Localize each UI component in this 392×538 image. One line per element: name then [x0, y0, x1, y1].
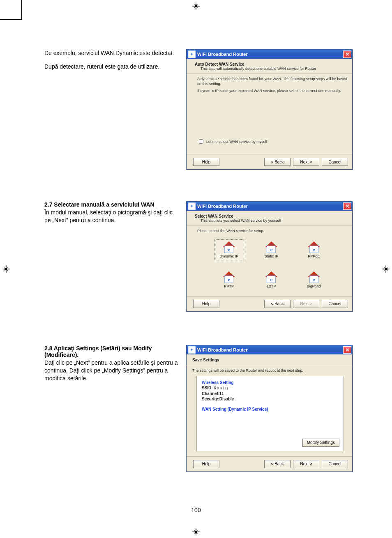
section-subtitle: This step lets you select WAN service by…	[201, 218, 348, 223]
section-title: Select WAN Service	[195, 214, 348, 218]
security-line: Security:Disable	[202, 397, 234, 401]
wan-service-label: Static IP	[265, 254, 279, 258]
house-icon: e	[223, 271, 235, 283]
close-icon[interactable]: ✕	[343, 346, 351, 354]
cancel-button[interactable]: Cancel	[322, 158, 348, 166]
registration-mark-icon	[382, 265, 390, 273]
dialog-auto-detect-wan: ✦ WiFi Broadband Router ✕ Auto Detect WA…	[186, 49, 353, 170]
back-button[interactable]: < Back	[264, 158, 291, 166]
window-title: WiFi Broadband Router	[197, 204, 343, 209]
wan-service-label: Dynamic IP	[219, 254, 238, 258]
wan-service-option[interactable]: eDynamic IP	[214, 239, 244, 260]
wan-service-label: PPTP	[224, 284, 234, 288]
close-icon[interactable]: ✕	[343, 202, 351, 210]
cancel-button[interactable]: Cancel	[322, 460, 348, 468]
dialog-save-settings: ✦ WiFi Broadband Router ✕ Save Settings …	[186, 345, 353, 472]
wan-setting-heading: WAN Setting (Dynamic IP Service)	[202, 407, 339, 412]
house-icon: e	[308, 271, 320, 283]
checkbox-label: Let me select WAN service by myself	[206, 140, 267, 144]
body-text: Daţi clic pe „Next” pentru a aplica setă…	[44, 359, 178, 382]
ssid-value: Konig	[214, 386, 228, 391]
modify-settings-button[interactable]: Modify Settings	[302, 439, 339, 447]
body-text: După detectare, ruterul este gata de uti…	[44, 63, 178, 71]
registration-mark-icon	[2, 265, 10, 273]
prompt-text: Please select the WAN service for setup.	[197, 229, 348, 234]
channel-line: Channel:11	[202, 391, 224, 396]
section-heading: 2.7 Selectare manuală a serviciului WAN	[44, 201, 178, 208]
house-icon: e	[308, 241, 320, 253]
help-button[interactable]: Help	[193, 158, 219, 166]
cancel-button[interactable]: Cancel	[322, 300, 348, 308]
section-title: Auto Detect WAN Service	[195, 62, 348, 67]
wan-service-option[interactable]: eStatic IP	[256, 239, 286, 260]
divider	[184, 365, 352, 365]
ssid-label: SSID:	[202, 386, 213, 390]
wan-service-option[interactable]: eL2TP	[256, 269, 286, 290]
app-icon: ✦	[188, 51, 196, 58]
crop-mark-horizontal	[0, 19, 22, 20]
wan-service-label: BigPond	[307, 284, 321, 288]
divider	[187, 73, 352, 74]
info-text: The settings will be saved to the Router…	[192, 368, 348, 373]
section-title: Save Settings	[192, 358, 348, 362]
wan-service-label: PPPoE	[308, 254, 320, 258]
next-button[interactable]: Next >	[293, 460, 319, 468]
body-text: În modul manual, selectaţi o pictogramă …	[44, 209, 178, 224]
wan-service-label: L2TP	[267, 284, 276, 288]
ssid-line: SSID: Konig	[202, 386, 339, 391]
wan-service-option[interactable]: eBigPond	[299, 269, 329, 290]
house-icon: e	[265, 241, 277, 253]
registration-mark-icon	[192, 2, 200, 10]
crop-mark-vertical	[21, 0, 22, 20]
help-button[interactable]: Help	[193, 300, 219, 308]
wan-service-grid: eDynamic IPeStatic IPePPPoEePPTPeL2TPeBi…	[214, 239, 329, 290]
next-button[interactable]: Next >	[293, 158, 319, 166]
back-button[interactable]: < Back	[264, 300, 291, 308]
app-icon: ✦	[188, 202, 196, 210]
section-heading: 2.8 Aplicaţi Settings (Setări) sau Modif…	[44, 345, 178, 358]
next-button[interactable]: Next >	[293, 300, 319, 308]
section-subtitle: This step will automatically detect one …	[201, 67, 348, 71]
info-text: If dynamic IP is not your expected WAN s…	[197, 89, 348, 94]
select-manual-checkbox[interactable]	[199, 139, 203, 144]
help-button[interactable]: Help	[193, 460, 219, 468]
divider	[187, 225, 352, 225]
registration-mark-icon	[192, 528, 200, 536]
wan-service-option[interactable]: ePPTP	[214, 269, 244, 290]
page-number: 100	[0, 507, 392, 513]
info-text: A dynamic IP service has been found for …	[197, 77, 348, 86]
house-icon: e	[223, 241, 235, 253]
wireless-setting-heading: Wireless Setting	[202, 380, 339, 385]
wan-service-option[interactable]: ePPPoE	[299, 239, 329, 260]
house-icon: e	[265, 271, 277, 283]
window-title: WiFi Broadband Router	[197, 52, 343, 57]
app-icon: ✦	[188, 346, 196, 354]
dialog-select-wan: ✦ WiFi Broadband Router ✕ Select WAN Ser…	[186, 201, 353, 312]
close-icon[interactable]: ✕	[343, 51, 351, 58]
settings-summary-panel: Wireless Setting SSID: Konig Channel:11 …	[196, 376, 344, 451]
body-text: De exemplu, serviciul WAN Dynamic este d…	[44, 49, 178, 57]
window-title: WiFi Broadband Router	[197, 347, 343, 352]
back-button[interactable]: < Back	[264, 460, 291, 468]
